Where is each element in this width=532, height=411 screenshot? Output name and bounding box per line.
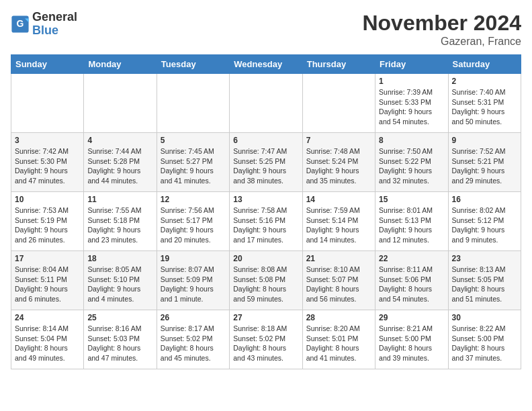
day-number: 14 bbox=[306, 195, 371, 204]
day-cell: 2Sunrise: 7:40 AM Sunset: 5:31 PM Daylig… bbox=[448, 74, 521, 133]
day-info: Sunrise: 8:04 AM Sunset: 5:11 PM Dayligh… bbox=[15, 265, 80, 304]
logo-icon: G bbox=[11, 15, 30, 34]
day-info: Sunrise: 8:02 AM Sunset: 5:12 PM Dayligh… bbox=[452, 205, 517, 245]
day-cell: 7Sunrise: 7:48 AM Sunset: 5:24 PM Daylig… bbox=[302, 133, 375, 192]
day-cell: 25Sunrise: 8:16 AM Sunset: 5:03 PM Dayli… bbox=[84, 310, 157, 369]
day-number: 24 bbox=[15, 313, 80, 322]
day-info: Sunrise: 8:07 AM Sunset: 5:09 PM Dayligh… bbox=[161, 265, 226, 304]
day-cell: 16Sunrise: 8:02 AM Sunset: 5:12 PM Dayli… bbox=[448, 192, 521, 251]
day-number: 18 bbox=[87, 254, 152, 263]
column-header-thursday: Thursday bbox=[302, 55, 375, 74]
day-cell bbox=[230, 74, 302, 133]
calendar-table: SundayMondayTuesdayWednesdayThursdayFrid… bbox=[11, 54, 521, 369]
column-header-friday: Friday bbox=[375, 55, 448, 74]
day-cell: 6Sunrise: 7:47 AM Sunset: 5:25 PM Daylig… bbox=[230, 133, 302, 192]
column-header-wednesday: Wednesday bbox=[230, 55, 302, 74]
day-info: Sunrise: 8:13 AM Sunset: 5:05 PM Dayligh… bbox=[452, 265, 517, 304]
day-info: Sunrise: 7:55 AM Sunset: 5:18 PM Dayligh… bbox=[87, 205, 152, 245]
day-info: Sunrise: 7:39 AM Sunset: 5:33 PM Dayligh… bbox=[379, 87, 444, 127]
day-number: 10 bbox=[15, 195, 80, 204]
week-row-2: 3Sunrise: 7:42 AM Sunset: 5:30 PM Daylig… bbox=[11, 133, 521, 192]
day-cell: 4Sunrise: 7:44 AM Sunset: 5:28 PM Daylig… bbox=[84, 133, 157, 192]
day-cell: 22Sunrise: 8:11 AM Sunset: 5:06 PM Dayli… bbox=[375, 251, 448, 310]
day-info: Sunrise: 7:40 AM Sunset: 5:31 PM Dayligh… bbox=[452, 87, 517, 127]
day-number: 22 bbox=[379, 254, 444, 263]
day-info: Sunrise: 8:08 AM Sunset: 5:08 PM Dayligh… bbox=[233, 265, 298, 304]
column-header-sunday: Sunday bbox=[11, 55, 84, 74]
day-cell: 29Sunrise: 8:21 AM Sunset: 5:00 PM Dayli… bbox=[375, 310, 448, 369]
day-info: Sunrise: 8:10 AM Sunset: 5:07 PM Dayligh… bbox=[306, 265, 371, 304]
day-cell: 5Sunrise: 7:45 AM Sunset: 5:27 PM Daylig… bbox=[157, 133, 229, 192]
day-cell: 24Sunrise: 8:14 AM Sunset: 5:04 PM Dayli… bbox=[11, 310, 84, 369]
column-header-tuesday: Tuesday bbox=[157, 55, 229, 74]
day-info: Sunrise: 7:47 AM Sunset: 5:25 PM Dayligh… bbox=[233, 146, 298, 186]
day-number: 20 bbox=[233, 254, 298, 263]
day-info: Sunrise: 7:44 AM Sunset: 5:28 PM Dayligh… bbox=[87, 146, 152, 186]
logo-blue: Blue bbox=[32, 24, 77, 38]
day-cell: 1Sunrise: 7:39 AM Sunset: 5:33 PM Daylig… bbox=[375, 74, 448, 133]
day-info: Sunrise: 8:18 AM Sunset: 5:02 PM Dayligh… bbox=[233, 324, 298, 363]
day-cell: 8Sunrise: 7:50 AM Sunset: 5:22 PM Daylig… bbox=[375, 133, 448, 192]
day-info: Sunrise: 8:21 AM Sunset: 5:00 PM Dayligh… bbox=[379, 324, 444, 363]
logo-text: General Blue bbox=[32, 11, 77, 38]
day-number: 19 bbox=[161, 254, 226, 263]
day-number: 6 bbox=[233, 136, 298, 145]
day-cell: 3Sunrise: 7:42 AM Sunset: 5:30 PM Daylig… bbox=[11, 133, 84, 192]
day-number: 7 bbox=[306, 136, 371, 145]
day-cell: 10Sunrise: 7:53 AM Sunset: 5:19 PM Dayli… bbox=[11, 192, 84, 251]
day-number: 15 bbox=[379, 195, 444, 204]
day-cell: 23Sunrise: 8:13 AM Sunset: 5:05 PM Dayli… bbox=[448, 251, 521, 310]
day-number: 16 bbox=[452, 195, 517, 204]
day-cell: 30Sunrise: 8:22 AM Sunset: 5:00 PM Dayli… bbox=[448, 310, 521, 369]
day-info: Sunrise: 8:20 AM Sunset: 5:01 PM Dayligh… bbox=[306, 324, 371, 363]
day-number: 8 bbox=[379, 136, 444, 145]
day-number: 9 bbox=[452, 136, 517, 145]
day-info: Sunrise: 8:22 AM Sunset: 5:00 PM Dayligh… bbox=[452, 324, 517, 363]
day-number: 4 bbox=[87, 136, 152, 145]
day-cell: 20Sunrise: 8:08 AM Sunset: 5:08 PM Dayli… bbox=[230, 251, 302, 310]
day-cell: 19Sunrise: 8:07 AM Sunset: 5:09 PM Dayli… bbox=[157, 251, 229, 310]
day-cell: 27Sunrise: 8:18 AM Sunset: 5:02 PM Dayli… bbox=[230, 310, 302, 369]
day-info: Sunrise: 8:14 AM Sunset: 5:04 PM Dayligh… bbox=[15, 324, 80, 363]
week-row-3: 10Sunrise: 7:53 AM Sunset: 5:19 PM Dayli… bbox=[11, 192, 521, 251]
day-info: Sunrise: 8:05 AM Sunset: 5:10 PM Dayligh… bbox=[87, 265, 152, 304]
day-cell: 14Sunrise: 7:59 AM Sunset: 5:14 PM Dayli… bbox=[302, 192, 375, 251]
day-number: 3 bbox=[15, 136, 80, 145]
day-info: Sunrise: 7:53 AM Sunset: 5:19 PM Dayligh… bbox=[15, 205, 80, 245]
day-cell: 9Sunrise: 7:52 AM Sunset: 5:21 PM Daylig… bbox=[448, 133, 521, 192]
day-number: 23 bbox=[452, 254, 517, 263]
day-info: Sunrise: 7:48 AM Sunset: 5:24 PM Dayligh… bbox=[306, 146, 371, 186]
day-cell: 21Sunrise: 8:10 AM Sunset: 5:07 PM Dayli… bbox=[302, 251, 375, 310]
day-cell: 13Sunrise: 7:58 AM Sunset: 5:16 PM Dayli… bbox=[230, 192, 302, 251]
day-cell bbox=[84, 74, 157, 133]
day-cell: 15Sunrise: 8:01 AM Sunset: 5:13 PM Dayli… bbox=[375, 192, 448, 251]
day-info: Sunrise: 7:50 AM Sunset: 5:22 PM Dayligh… bbox=[379, 146, 444, 186]
day-number: 2 bbox=[452, 77, 517, 86]
day-cell: 11Sunrise: 7:55 AM Sunset: 5:18 PM Dayli… bbox=[84, 192, 157, 251]
day-cell: 28Sunrise: 8:20 AM Sunset: 5:01 PM Dayli… bbox=[302, 310, 375, 369]
title-block: November 2024 Gazeran, France bbox=[362, 11, 521, 48]
column-header-monday: Monday bbox=[84, 55, 157, 74]
day-number: 1 bbox=[379, 77, 444, 86]
day-info: Sunrise: 8:16 AM Sunset: 5:03 PM Dayligh… bbox=[87, 324, 152, 363]
day-number: 28 bbox=[306, 313, 371, 322]
day-cell: 17Sunrise: 8:04 AM Sunset: 5:11 PM Dayli… bbox=[11, 251, 84, 310]
day-number: 29 bbox=[379, 313, 444, 322]
day-info: Sunrise: 7:52 AM Sunset: 5:21 PM Dayligh… bbox=[452, 146, 517, 186]
day-info: Sunrise: 7:42 AM Sunset: 5:30 PM Dayligh… bbox=[15, 146, 80, 186]
day-info: Sunrise: 7:56 AM Sunset: 5:17 PM Dayligh… bbox=[161, 205, 226, 245]
month-title: November 2024 bbox=[362, 11, 521, 36]
column-header-saturday: Saturday bbox=[448, 55, 521, 74]
day-info: Sunrise: 8:11 AM Sunset: 5:06 PM Dayligh… bbox=[379, 265, 444, 304]
day-number: 30 bbox=[452, 313, 517, 322]
location: Gazeran, France bbox=[362, 36, 521, 48]
day-cell: 26Sunrise: 8:17 AM Sunset: 5:02 PM Dayli… bbox=[157, 310, 229, 369]
day-cell: 12Sunrise: 7:56 AM Sunset: 5:17 PM Dayli… bbox=[157, 192, 229, 251]
day-number: 13 bbox=[233, 195, 298, 204]
logo: G General Blue bbox=[11, 11, 77, 38]
day-info: Sunrise: 7:58 AM Sunset: 5:16 PM Dayligh… bbox=[233, 205, 298, 245]
day-number: 12 bbox=[161, 195, 226, 204]
day-number: 25 bbox=[87, 313, 152, 322]
week-row-5: 24Sunrise: 8:14 AM Sunset: 5:04 PM Dayli… bbox=[11, 310, 521, 369]
logo-general: General bbox=[32, 11, 77, 24]
